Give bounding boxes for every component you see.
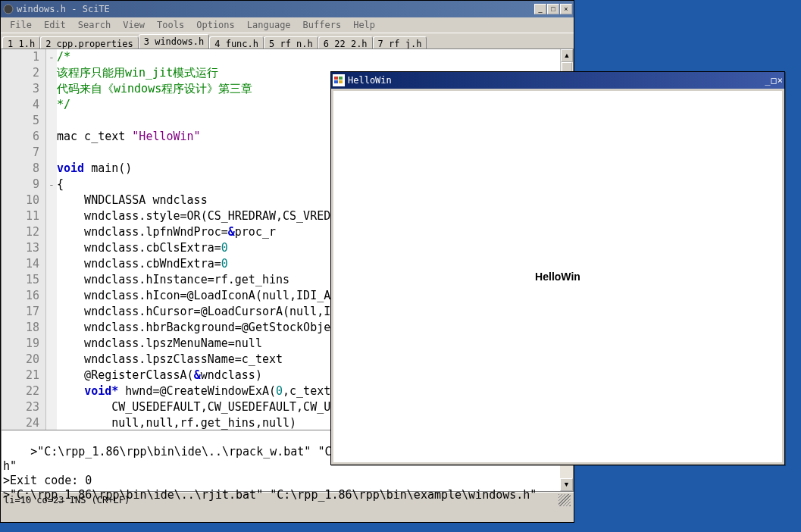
menu-options[interactable]: Options [190, 18, 241, 32]
hello-text: HelloWin [535, 271, 580, 283]
line-number: 11 [2, 208, 39, 224]
fold-marker [46, 304, 57, 320]
hellowin-client-area: HelloWin [333, 91, 782, 462]
line-number: 23 [2, 399, 39, 415]
fold-marker [46, 65, 57, 81]
fold-marker [46, 113, 57, 129]
line-number: 12 [2, 224, 39, 240]
svg-point-0 [4, 5, 13, 14]
close-button[interactable]: × [778, 75, 783, 86]
maximize-button[interactable]: □ [547, 4, 559, 14]
hellowin-title-bar[interactable]: HelloWin _ □ × [331, 72, 784, 89]
hellowin-window: HelloWin _ □ × HelloWin [330, 71, 785, 465]
menu-view[interactable]: View [117, 18, 151, 32]
menu-bar: FileEditSearchViewToolsOptionsLanguageBu… [1, 17, 574, 33]
fold-marker [46, 145, 57, 161]
line-number: 14 [2, 256, 39, 272]
menu-file[interactable]: File [4, 18, 38, 32]
fold-marker [46, 129, 57, 145]
fold-marker [46, 161, 57, 177]
tab[interactable]: 7 rf_j.h [373, 36, 427, 49]
app-icon [333, 74, 345, 86]
fold-marker [46, 192, 57, 208]
svg-rect-1 [334, 77, 338, 80]
line-number: 20 [2, 352, 39, 368]
scroll-up-icon[interactable]: ▲ [561, 49, 573, 62]
minimize-button[interactable]: _ [765, 75, 770, 86]
maximize-button[interactable]: □ [771, 75, 777, 86]
fold-marker [46, 256, 57, 272]
code-line[interactable]: /* [57, 49, 573, 65]
tab[interactable]: 2 cpp.properties [40, 36, 139, 49]
fold-marker [46, 97, 57, 113]
menu-edit[interactable]: Edit [38, 18, 72, 32]
line-number: 5 [2, 113, 39, 129]
line-number: 1 [2, 49, 39, 65]
fold-marker [46, 336, 57, 352]
svg-rect-3 [334, 80, 338, 83]
line-number: 21 [2, 368, 39, 383]
line-number: 8 [2, 161, 39, 177]
line-number-gutter: 123456789101112131415161718192021222324 [2, 49, 46, 430]
close-button[interactable]: × [560, 4, 572, 14]
fold-marker [46, 415, 57, 430]
tab[interactable]: 4 func.h [209, 36, 264, 49]
svg-rect-4 [339, 80, 343, 83]
menu-search[interactable]: Search [72, 18, 117, 32]
line-number: 16 [2, 288, 39, 304]
line-number: 19 [2, 336, 39, 352]
fold-marker[interactable]: - [46, 177, 57, 192]
tab[interactable]: 3 windows.h [139, 34, 209, 49]
line-number: 22 [2, 383, 39, 399]
line-number: 7 [2, 145, 39, 161]
fold-marker [46, 368, 57, 383]
title-bar[interactable]: windows.h - SciTE _ □ × [1, 1, 574, 17]
line-number: 18 [2, 320, 39, 336]
line-number: 13 [2, 240, 39, 256]
fold-marker [46, 399, 57, 415]
line-number: 15 [2, 272, 39, 288]
fold-marker [46, 320, 57, 336]
window-title: windows.h - SciTE [17, 4, 534, 14]
tab[interactable]: 6 22_2.h [318, 36, 373, 49]
line-number: 10 [2, 192, 39, 208]
fold-marker [46, 240, 57, 256]
line-number: 6 [2, 129, 39, 145]
minimize-button[interactable]: _ [534, 4, 546, 14]
tab[interactable]: 5 rf_n.h [264, 36, 318, 49]
line-number: 24 [2, 415, 39, 430]
fold-marker [46, 288, 57, 304]
hellowin-title: HelloWin [348, 75, 392, 86]
fold-marker [46, 272, 57, 288]
line-number: 3 [2, 81, 39, 97]
line-number: 2 [2, 65, 39, 81]
line-number: 9 [2, 177, 39, 192]
app-icon [2, 3, 14, 15]
svg-rect-2 [339, 77, 343, 80]
fold-column[interactable]: - - [46, 49, 57, 430]
fold-marker[interactable]: - [46, 49, 57, 65]
fold-marker [46, 81, 57, 97]
menu-help[interactable]: Help [347, 18, 381, 32]
line-number: 4 [2, 97, 39, 113]
fold-marker [46, 383, 57, 399]
menu-buffers[interactable]: Buffers [297, 18, 348, 32]
tab[interactable]: 1 1.h [2, 36, 40, 49]
menu-language[interactable]: Language [241, 18, 297, 32]
menu-tools[interactable]: Tools [151, 18, 190, 32]
line-number: 17 [2, 304, 39, 320]
fold-marker [46, 208, 57, 224]
tab-bar: 1 1.h2 cpp.properties3 windows.h4 func.h… [1, 33, 574, 49]
fold-marker [46, 352, 57, 368]
scroll-down-icon[interactable]: ▼ [560, 478, 573, 491]
fold-marker [46, 224, 57, 240]
